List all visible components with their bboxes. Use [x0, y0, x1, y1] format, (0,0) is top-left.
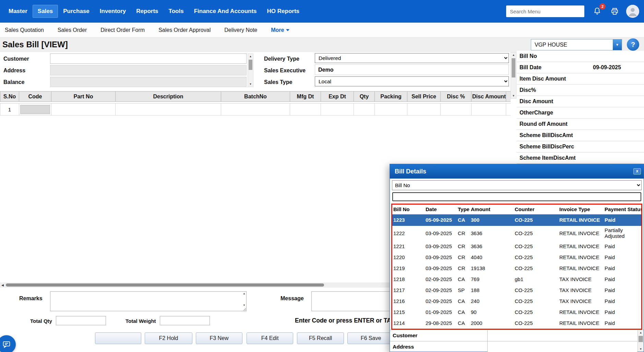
search-by-select[interactable]: Bill No [392, 180, 642, 190]
help-label: ? [631, 41, 635, 49]
total-weight-input[interactable] [160, 316, 210, 325]
blank-button[interactable] [95, 332, 141, 344]
search-input[interactable] [506, 5, 584, 17]
address-value-field[interactable] [488, 341, 637, 352]
scroll-up-icon[interactable]: ▲ [511, 52, 516, 58]
scroll-down-icon[interactable]: ▼ [243, 304, 246, 307]
bill-row[interactable]: 1219 03-09-2025 CR 19138 CO-225 RETAIL I… [392, 263, 642, 274]
bill-details-dialog: Bill Details x Bill No Bill No Date Type… [390, 164, 644, 352]
payment-status-cell: Paid [604, 263, 642, 274]
scroll-thumb[interactable] [639, 336, 643, 342]
bill-search-input[interactable] [392, 192, 641, 201]
payment-status-cell: Paid [604, 285, 642, 296]
customer-input[interactable] [50, 53, 247, 64]
bill-row[interactable]: 1223 05-09-2025 CA 300 CO-225 RETAIL INV… [392, 214, 642, 226]
disc-perc-cell[interactable] [441, 103, 472, 116]
f2-hold-button[interactable]: F2 Hold [145, 332, 192, 344]
nav-item-inventory[interactable]: Inventory [95, 5, 131, 18]
scroll-down-icon[interactable]: ▼ [248, 82, 253, 87]
type-cell: CR [457, 241, 470, 252]
counter-cell: CO-225 [514, 252, 558, 263]
exp-dt-cell[interactable] [321, 103, 354, 116]
help-button[interactable]: ? [627, 38, 639, 51]
description-cell[interactable] [116, 103, 221, 116]
bill-row[interactable]: 1218 02-09-2025 CA 769 gb1 TAX INVOICE P… [392, 274, 642, 285]
bill-row[interactable]: 1222 03-09-2025 CR 3636 CO-225 RETAIL IN… [392, 226, 642, 241]
payment-status-cell: Paid [604, 274, 642, 285]
sales-executive-field[interactable]: Demo [315, 64, 509, 75]
part-no-cell[interactable] [51, 103, 116, 116]
field-label: Item Disc Amount [520, 76, 593, 82]
nav-item-master[interactable]: Master [3, 5, 33, 18]
amount-cell: 3636 [470, 241, 514, 252]
chevron-down-icon[interactable]: ▼ [613, 39, 622, 50]
bill-row[interactable]: 1217 02-09-2025 SP 188 CO-225 TAX INVOIC… [392, 285, 642, 296]
batch-no-cell[interactable] [221, 103, 290, 116]
bill-row[interactable]: 1215 01-09-2025 CA 90 CO-225 RETAIL INVO… [392, 307, 642, 318]
scroll-left-icon[interactable]: ◀ [0, 282, 5, 288]
branch-selector[interactable]: VGP HOUSE ▼ [531, 39, 622, 50]
scroll-thumb[interactable] [249, 60, 252, 70]
avatar[interactable] [626, 5, 639, 18]
column-header: Sell Price [407, 91, 441, 102]
delivery-type-select[interactable]: Delivered [315, 53, 509, 63]
customer-scrollbar[interactable]: ▲ ▼ [248, 53, 253, 87]
sales-type-select[interactable]: Local [315, 76, 509, 86]
close-icon[interactable]: x [633, 168, 641, 174]
packing-cell[interactable] [375, 103, 407, 116]
scroll-up-icon[interactable]: ▲ [638, 330, 644, 335]
remarks-textarea[interactable] [50, 292, 246, 311]
dialog-titlebar[interactable]: Bill Details x [390, 164, 644, 179]
dialog-scrollbar[interactable]: ▲ ▼ [637, 330, 644, 352]
tab-sales-quotation[interactable]: Sales Quotation [5, 27, 44, 33]
field-scheme-billdiscamt: Scheme BillDiscAmt [517, 130, 644, 141]
scroll-down-icon[interactable]: ▼ [511, 93, 516, 98]
f4-edit-button[interactable]: F4 Edit [247, 332, 293, 344]
column-header: Payment Status [604, 205, 642, 214]
total-qty-label: Total Qty [30, 318, 52, 324]
f6-save-button[interactable]: F6 Save [347, 332, 394, 344]
amount-cell: 188 [470, 285, 514, 296]
nav-item-sales[interactable]: Sales [33, 5, 58, 18]
nav-item-finance-and-accounts[interactable]: Finance And Accounts [189, 5, 262, 18]
bill-row[interactable]: 1216 02-09-2025 CA 240 CO-225 TAX INVOIC… [392, 296, 642, 307]
tab-delivery-note[interactable]: Delivery Note [224, 27, 257, 33]
f5-recall-button[interactable]: F5 Recall [297, 332, 344, 344]
address-input [50, 65, 247, 75]
qty-cell[interactable] [354, 103, 375, 116]
delivery-type-label: Delivery Type [264, 56, 299, 62]
column-header: Code [19, 91, 51, 102]
total-qty-input[interactable] [56, 316, 106, 325]
code-cell[interactable] [19, 103, 51, 116]
tab-direct-order-form[interactable]: Direct Order Form [100, 27, 145, 33]
tab-sales-order[interactable]: Sales Order [58, 27, 87, 33]
scroll-up-icon[interactable]: ▲ [248, 54, 253, 59]
nav-item-ho-reports[interactable]: HO Reports [262, 5, 305, 18]
nav-item-tools[interactable]: Tools [164, 5, 189, 18]
tab-more[interactable]: More [271, 27, 289, 33]
scroll-thumb[interactable] [6, 283, 324, 287]
customer-value-field[interactable] [488, 330, 637, 341]
tab-sales-order-approval[interactable]: Sales Order Approval [158, 27, 211, 33]
sell-price-cell[interactable] [407, 103, 441, 116]
mfg-dt-cell[interactable] [290, 103, 321, 116]
scroll-down-icon[interactable]: ▼ [638, 347, 644, 352]
scroll-thumb[interactable] [512, 58, 515, 77]
chat-button[interactable] [0, 335, 16, 352]
print-button[interactable] [610, 7, 619, 16]
bill-row[interactable]: 1220 03-09-2025 CR 4040 CO-225 RETAIL IN… [392, 252, 642, 263]
more-label: More [271, 27, 284, 33]
code-input[interactable] [20, 105, 50, 114]
bill-row[interactable]: 1214 29-08-2025 CA 2000 CO-225 RETAIL IN… [392, 318, 642, 329]
bill-row[interactable]: 1221 03-09-2025 CR 3636 CO-225 RETAIL IN… [392, 241, 642, 252]
disc-amount-cell[interactable] [472, 103, 506, 116]
panel-scrollbar[interactable]: ▲ ▼ [511, 52, 516, 99]
nav-item-reports[interactable]: Reports [131, 5, 163, 18]
horizontal-scrollbar[interactable]: ◀ [0, 282, 390, 288]
field-label: Bill Date [520, 64, 593, 71]
nav-item-purchase[interactable]: Purchase [58, 5, 95, 18]
notifications-button[interactable]: 2 [593, 7, 602, 16]
scroll-up-icon[interactable]: ▲ [243, 292, 246, 295]
column-header: Disc % [441, 91, 472, 102]
f3-new-button[interactable]: F3 New [196, 332, 242, 344]
